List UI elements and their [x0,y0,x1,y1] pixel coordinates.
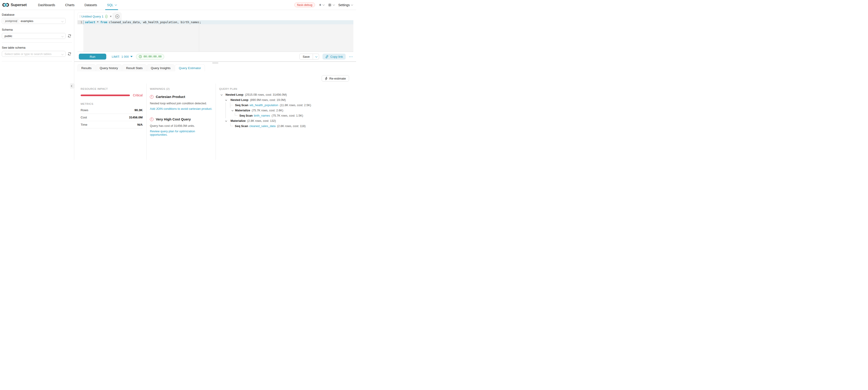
chevron-down-icon [61,53,64,55]
new-query-tab-button[interactable]: + [113,12,122,20]
impact-bar-fill [81,94,130,96]
theme-menu[interactable] [328,3,334,7]
schema-value: public [4,34,12,38]
new-item-menu[interactable]: + [319,3,324,7]
chevron-down-icon [333,3,335,6]
table-select[interactable]: Select table or type to search tables [2,51,66,57]
results-tab-bar: Results Query history Result Stats Query… [78,64,353,71]
sql-line-1: select * from cleaned_sales_data, wb_hea… [83,20,353,24]
sidebar-divider [2,42,72,43]
column-divider [146,84,147,160]
warning-action-link[interactable]: Add JOIN conditions to avoid cartesian p… [150,107,213,111]
tab-query-insights[interactable]: Query Insights [147,64,175,71]
limit-label: LIMIT: [112,55,120,58]
schema-label: Schema [2,28,72,31]
plan-table-link[interactable]: cleaned_sales_data [249,124,276,128]
tree-elbow-connector [230,123,235,129]
warning-exclamation-icon: ! [150,118,154,121]
refresh-schema-icon[interactable] [68,34,71,38]
plan-table-link[interactable]: wb_health_population [250,103,278,107]
tree-line [225,102,230,108]
save-button[interactable]: Save [299,54,313,60]
tab-results[interactable]: Results [78,64,95,71]
tree-line [225,108,230,113]
query-timer-badge: 00:00:00.00 [136,54,164,60]
metric-row-rows: Rows 90.3K [81,107,143,114]
warning-item: ! Cartesian Product Nested loop without … [150,95,213,111]
save-options-button[interactable] [313,54,319,60]
impact-level-label: Critical [133,93,143,97]
chevron-down-icon[interactable] [224,97,228,102]
query-plan-tree: Nested Loop (2515.0B rows, cost: 31456.0… [219,92,355,129]
tree-line [225,113,230,118]
database-label: Database [2,13,72,17]
editor-gutter: 1 [78,20,83,52]
plan-table-link[interactable]: birth_names [254,114,270,117]
chevron-down-icon[interactable] [219,92,224,97]
pane-split-handle[interactable] [212,62,218,64]
sql-keyword: select [85,21,95,24]
table-schema-label: See table schema [2,46,72,49]
warning-exclamation-icon: ! [150,95,154,99]
warning-description: Nested loop without join condition detec… [150,101,213,105]
database-select[interactable]: postgresql examples [2,18,66,24]
nav-charts[interactable]: Charts [60,0,80,10]
navbar-right: flask-debug + Settings [294,2,356,7]
timer-value: 00:00:00.00 [144,55,161,58]
chevron-down-icon [322,3,325,6]
warning-action-link[interactable]: Review query plan for optimization oppor… [150,129,213,137]
superset-logo[interactable]: Superset [0,2,27,7]
collapse-sidebar-button[interactable] [70,83,74,89]
nav-datasets[interactable]: Datasets [80,0,102,10]
warning-title: Cartesian Product [156,95,185,99]
query-tab[interactable]: Untitled Query 1 ✓ ✕ [78,12,113,20]
metrics-header: METRICS [81,102,143,105]
settings-menu[interactable]: Settings [338,3,352,7]
sql-keyword: from [100,21,107,24]
save-split-button: Save [299,54,319,60]
sql-lab-sidebar: Database postgresql examples Schema publ… [0,10,74,160]
top-navbar: Superset Dashboards Charts Datasets SQL … [0,0,356,10]
tab-query-history[interactable]: Query history [96,64,122,71]
chevron-down-icon [61,35,64,37]
pane-split-divider[interactable] [74,61,356,62]
query-saved-check-icon: ✓ [105,15,107,18]
refresh-tables-icon[interactable] [68,52,71,56]
impact-bar [81,94,130,96]
tree-tee-connector [230,102,235,108]
limit-value: 1 000 [121,55,129,58]
tab-query-estimator[interactable]: Query Estimator [175,64,205,71]
plus-circle-icon: + [115,14,119,19]
schema-select[interactable]: public [2,33,66,39]
copy-link-button[interactable]: Copy link [322,54,346,60]
metric-row-time: Time N/A [81,121,143,128]
sql-editor-pane: Untitled Query 1 ✓ ✕ + 1 select * from c… [74,10,356,160]
limit-dropdown[interactable]: LIMIT: 1 000 [112,55,133,58]
editor-code-area[interactable]: select * from cleaned_sales_data, wb_hea… [83,20,353,52]
metric-row-cost: Cost 31456.0M [81,114,143,121]
nav-sql[interactable]: SQL [102,0,121,10]
run-button[interactable]: Run [79,54,106,60]
nav-dashboards[interactable]: Dashboards [33,0,60,10]
editor-toolbar: Run LIMIT: 1 000 00:00:00.00 Save [78,52,353,61]
superset-sql-lab: Superset Dashboards Charts Datasets SQL … [0,0,356,160]
tab-result-stats[interactable]: Result Stats [122,64,147,71]
close-tab-icon[interactable]: ✕ [110,15,112,18]
plan-node: Materialize (2.8K rows, cost: 132) [219,118,355,123]
more-actions-button[interactable]: ⋯ [349,54,353,59]
chevron-down-icon[interactable] [224,118,228,123]
sql-code-editor[interactable]: 1 select * from cleaned_sales_data, wb_h… [78,20,353,52]
chevron-down-icon[interactable] [230,108,235,113]
lightning-icon [325,77,328,80]
tree-elbow-connector [235,113,239,118]
chevron-down-icon [315,55,317,58]
query-tab-title[interactable]: Untitled Query 1 [81,15,103,18]
resource-impact-header: RESOURCE IMPACT [81,88,143,90]
plan-node: Seq Scan cleaned_sales_data (2.8K rows, … [219,123,355,129]
chevron-down-icon [115,3,117,6]
query-plan-header: QUERY PLAN [219,88,355,90]
warning-title: Very High Cost Query [156,117,191,121]
chevron-left-icon [71,85,73,87]
caret-down-icon [130,56,133,57]
reestimate-button[interactable]: Re-estimate [321,75,349,82]
